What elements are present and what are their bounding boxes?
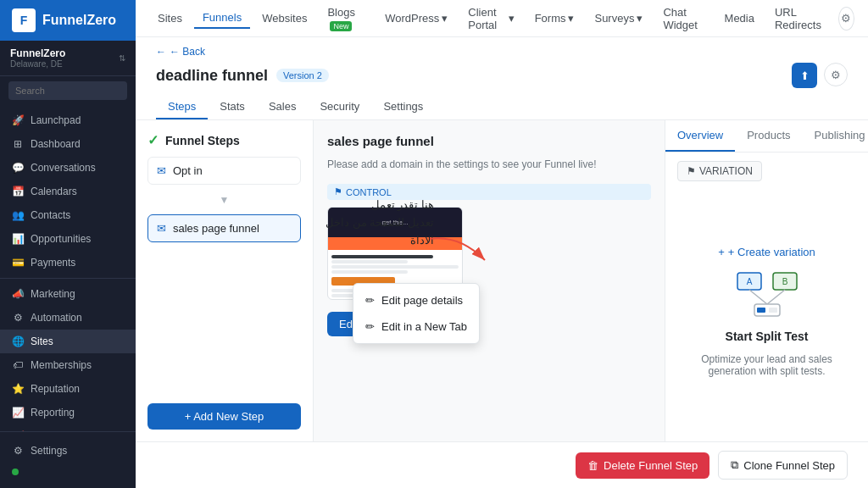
online-status — [0, 463, 136, 481]
topnav-chat-widget[interactable]: Chat Widget — [654, 3, 712, 35]
variation-label: ⚑ VARIATION — [677, 161, 762, 181]
step-sales-page[interactable]: ✉ sales page funnel — [147, 214, 301, 242]
sidebar-item-opportunities[interactable]: 📊 Opportunities — [0, 227, 136, 251]
sidebar-item-conversations[interactable]: 💬 Conversations — [0, 156, 136, 180]
payments-icon: 💳 — [12, 257, 24, 269]
sidebar-item-label: Contacts — [31, 209, 70, 221]
create-variation-button[interactable]: + + Create variation — [718, 246, 815, 258]
sidebar-divider — [0, 278, 136, 279]
sidebar-item-automation[interactable]: ⚙ Automation — [0, 306, 136, 330]
page-tabs: Steps Stats Sales Security Settings — [156, 95, 848, 119]
topnav-surveys[interactable]: Surveys ▾ — [586, 8, 651, 28]
tab-security[interactable]: Security — [308, 95, 371, 119]
topnav-funnels[interactable]: Funnels — [194, 8, 250, 29]
topnav-client-portal[interactable]: Client Portal ▾ — [459, 3, 522, 35]
dashboard-icon: ⊞ — [12, 138, 24, 150]
topnav-wordpress[interactable]: WordPress ▾ — [376, 8, 456, 28]
step-sales-page-label: sales page funnel — [173, 222, 259, 235]
sidebar-item-label: Memberships — [31, 359, 92, 371]
topnav-websites[interactable]: Websites — [253, 8, 315, 28]
edit-page-details-item[interactable]: ✏ Edit page details — [353, 287, 479, 313]
tab-settings[interactable]: Settings — [371, 95, 435, 119]
edit-pencil-icon: ✏ — [365, 294, 375, 307]
right-tab-products[interactable]: Products — [735, 120, 802, 152]
center-panel-title-row: sales page funnel — [327, 134, 651, 148]
funnel-steps-title: Funnel Steps — [165, 134, 240, 147]
page-title: deadline funnel — [156, 67, 268, 85]
delete-funnel-step-button[interactable]: 🗑 Delete Funnel Step — [576, 452, 709, 479]
sidebar-item-contacts[interactable]: 👥 Contacts — [0, 203, 136, 227]
edit-dropdown-menu: ✏ Edit page details ✏ Edit in a New Tab — [353, 283, 480, 344]
topnav-url-redirects[interactable]: URL Redirects — [766, 3, 832, 35]
topnav-blogs[interactable]: Blogs New — [319, 3, 373, 35]
tab-sales[interactable]: Sales — [257, 95, 309, 119]
topnav-sites[interactable]: Sites — [149, 8, 191, 28]
right-tab-overview[interactable]: Overview — [665, 120, 735, 152]
reputation-icon: ⭐ — [12, 383, 24, 395]
sidebar-item-sites[interactable]: 🌐 Sites — [0, 330, 136, 353]
center-panel-title: sales page funnel — [327, 134, 434, 148]
version-badge: Version 2 — [276, 69, 329, 82]
preview-line-2 — [331, 260, 408, 263]
sidebar-item-app-marketplace[interactable]: 🛒 App Marketplace — [0, 424, 136, 431]
annotation-arrow — [426, 230, 493, 275]
sidebar-logo[interactable]: F FunnelZero — [0, 0, 136, 41]
sidebar-item-label: Dashboard — [31, 138, 81, 150]
sidebar: F FunnelZero FunnelZero Delaware, DE ⇅ 🚀… — [0, 0, 136, 488]
edit-new-tab-item[interactable]: ✏ Edit in a New Tab — [353, 313, 479, 340]
search-input[interactable] — [8, 81, 127, 100]
center-panel-subtitle: Please add a domain in the settings to s… — [327, 158, 651, 170]
online-dot — [12, 469, 19, 475]
conversations-icon: 💬 — [12, 162, 24, 174]
sidebar-item-label: Launchpad — [31, 114, 81, 126]
sidebar-item-dashboard[interactable]: ⊞ Dashboard — [0, 132, 136, 156]
step-arrow-icon: ▼ — [220, 194, 230, 206]
user-name: FunnelZero — [10, 47, 65, 59]
automation-icon: ⚙ — [12, 312, 24, 324]
step-opt-in-label: Opt in — [173, 164, 203, 177]
sidebar-item-label: Calendars — [31, 186, 77, 197]
tab-stats[interactable]: Stats — [208, 95, 257, 119]
sidebar-item-settings[interactable]: ⚙ Settings — [0, 439, 136, 463]
back-link[interactable]: ← ← Back — [156, 46, 848, 58]
settings-label: Settings — [31, 445, 67, 457]
step-opt-in[interactable]: ✉ Opt in — [147, 157, 301, 185]
topnav-media[interactable]: Media — [716, 8, 763, 28]
variation-flag-icon: ⚑ — [687, 165, 696, 177]
sidebar-item-label: Conversations — [31, 162, 96, 174]
step-arrow-container: ▼ — [147, 193, 301, 206]
split-test-icon: A B — [733, 269, 801, 319]
sidebar-item-reputation[interactable]: ⭐ Reputation — [0, 377, 136, 401]
sidebar-search — [0, 76, 136, 105]
split-test-description: Optimize your lead and sales generation … — [682, 353, 851, 377]
share-button[interactable]: ⬆ — [792, 63, 817, 88]
funnel-steps-header: ✓ Funnel Steps — [147, 132, 301, 148]
sidebar-item-marketing[interactable]: 📣 Marketing — [0, 282, 136, 306]
reporting-icon: 📈 — [12, 407, 24, 419]
sidebar-item-label: Marketing — [31, 288, 75, 300]
main-body: ✓ Funnel Steps ✉ Opt in ▼ ✉ sales page f… — [136, 120, 868, 441]
check-icon: ✓ — [147, 132, 159, 148]
sidebar-item-memberships[interactable]: 🏷 Memberships — [0, 353, 136, 377]
logo-icon: F — [12, 8, 36, 32]
sidebar-user[interactable]: FunnelZero Delaware, DE ⇅ — [0, 41, 136, 76]
edit-tab-icon: ✏ — [365, 320, 375, 333]
opportunities-icon: 📊 — [12, 233, 24, 245]
chevron-down-icon: ▾ — [442, 12, 448, 25]
clone-funnel-step-button[interactable]: ⧉ Clone Funnel Step — [718, 451, 848, 480]
sidebar-item-payments[interactable]: 💳 Payments — [0, 251, 136, 274]
page-settings-button[interactable]: ⚙ — [824, 63, 848, 86]
sidebar-item-calendars[interactable]: 📅 Calendars — [0, 180, 136, 203]
chevron-down-icon: ▾ — [637, 12, 643, 25]
tab-steps[interactable]: Steps — [156, 95, 208, 119]
sidebar-item-launchpad[interactable]: 🚀 Launchpad — [0, 108, 136, 132]
add-step-button[interactable]: + Add New Step — [147, 403, 301, 430]
sidebar-bottom: ⚙ Settings — [0, 431, 136, 488]
settings-gear-button[interactable]: ⚙ — [838, 7, 854, 30]
sidebar-item-label: Opportunities — [31, 233, 91, 245]
right-tab-publishing[interactable]: Publishing — [803, 120, 869, 152]
topnav-forms[interactable]: Forms ▾ — [526, 8, 583, 28]
sidebar-item-reporting[interactable]: 📈 Reporting — [0, 401, 136, 424]
bottom-actions: 🗑 Delete Funnel Step ⧉ Clone Funnel Step — [136, 441, 868, 488]
user-location: Delaware, DE — [10, 59, 65, 69]
